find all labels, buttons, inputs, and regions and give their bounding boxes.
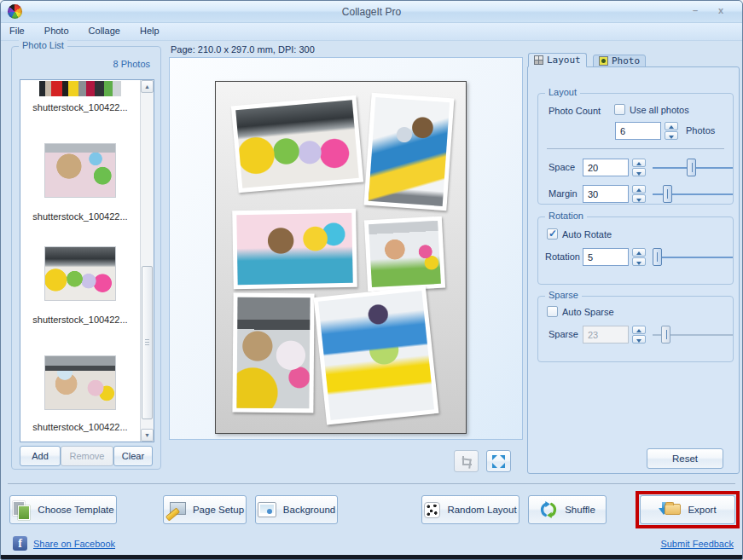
- menu-file[interactable]: File: [1, 23, 33, 36]
- random-layout-label: Random Layout: [447, 505, 516, 515]
- share-on-facebook-label[interactable]: Share on Facebook: [33, 539, 115, 549]
- photo-thumbnail[interactable]: [44, 355, 116, 410]
- photo-count-stepper[interactable]: [665, 122, 678, 140]
- collage-photo[interactable]: [314, 286, 439, 425]
- rotation-input[interactable]: [583, 248, 629, 266]
- photo-list-content: shutterstock_100422... shutterstock_1004…: [20, 80, 140, 442]
- auto-sparse-label: Auto Sparse: [562, 307, 614, 317]
- collage-photo[interactable]: [231, 95, 363, 193]
- photo-thumbnail[interactable]: [44, 246, 116, 301]
- clear-button[interactable]: Clear: [113, 446, 153, 466]
- page-setup-icon: [165, 501, 186, 518]
- photo-listbox[interactable]: shutterstock_100422... shutterstock_1004…: [20, 79, 154, 442]
- folder-icon: [665, 504, 681, 515]
- submit-feedback-link[interactable]: Submit Feedback: [660, 539, 734, 549]
- slider-thumb: [661, 326, 670, 344]
- margin-input[interactable]: [583, 185, 629, 203]
- random-layout-button[interactable]: Random Layout: [421, 495, 520, 524]
- menu-collage[interactable]: Collage: [80, 23, 129, 36]
- collage-photo[interactable]: [364, 93, 455, 211]
- scroll-up-icon[interactable]: ▲: [141, 80, 154, 93]
- spin-down-icon[interactable]: [632, 335, 646, 344]
- spin-down-icon[interactable]: [632, 194, 646, 203]
- photo-filename[interactable]: shutterstock_100422...: [20, 422, 140, 432]
- page-setup-label: Page Setup: [193, 505, 244, 515]
- menu-help[interactable]: Help: [131, 23, 168, 36]
- group-divider: [547, 148, 724, 149]
- spin-down-icon[interactable]: [632, 168, 646, 176]
- tab-photo-label: Photo: [612, 55, 640, 66]
- reset-button[interactable]: Reset: [647, 448, 723, 469]
- photo-count-input[interactable]: [615, 122, 661, 140]
- menu-photo[interactable]: Photo: [36, 23, 78, 36]
- export-button[interactable]: Export: [640, 495, 735, 524]
- slider-thumb[interactable]: [687, 159, 696, 176]
- list-scrollbar[interactable]: ▲ ▼: [140, 80, 154, 442]
- close-button[interactable]: x: [711, 4, 730, 18]
- collage-photo-image: [235, 100, 358, 188]
- tab-layout[interactable]: Layout: [528, 53, 587, 67]
- remove-button[interactable]: Remove: [61, 446, 113, 466]
- collage-preview-area[interactable]: [169, 57, 523, 440]
- auto-rotate-checkbox[interactable]: Auto Rotate: [547, 228, 612, 240]
- page-info-label: Page: 210.0 x 297.0 mm, DPI: 300: [171, 44, 315, 55]
- background-button[interactable]: Background: [255, 495, 338, 524]
- minimize-button[interactable]: –: [686, 4, 705, 18]
- photo-filename[interactable]: shutterstock_100422...: [20, 102, 140, 113]
- spin-up-icon[interactable]: [632, 185, 646, 193]
- space-input[interactable]: [583, 159, 629, 176]
- crop-button[interactable]: [454, 450, 479, 472]
- spin-up-icon[interactable]: [632, 248, 646, 257]
- choose-template-button[interactable]: Choose Template: [9, 495, 117, 524]
- export-folder-icon: [659, 501, 681, 518]
- layout-grid-icon: [534, 55, 543, 65]
- auto-rotate-label: Auto Rotate: [562, 229, 612, 240]
- rotation-stepper[interactable]: [632, 248, 646, 266]
- margin-stepper[interactable]: [632, 185, 646, 203]
- title-bar[interactable]: CollageIt Pro – x: [1, 1, 742, 23]
- spin-up-icon[interactable]: [665, 122, 678, 130]
- margin-slider[interactable]: [653, 185, 733, 203]
- collage-photo-image: [369, 221, 441, 287]
- scroll-down-icon[interactable]: ▼: [141, 429, 154, 442]
- share-on-facebook-link[interactable]: f Share on Facebook: [13, 536, 115, 551]
- spin-up-icon[interactable]: [632, 159, 646, 167]
- scrollbar-thumb[interactable]: [142, 266, 153, 419]
- background-icon: [258, 502, 276, 517]
- background-label: Background: [283, 505, 335, 515]
- space-slider[interactable]: [653, 159, 733, 176]
- space-stepper[interactable]: [632, 159, 646, 176]
- sparse-slider: [653, 326, 733, 344]
- shuffle-button[interactable]: Shuffle: [528, 495, 607, 524]
- photo-tab-icon: [599, 56, 608, 66]
- rotation-slider[interactable]: [653, 248, 733, 266]
- tab-photo[interactable]: Photo: [593, 55, 646, 67]
- collage-photo[interactable]: [364, 216, 445, 292]
- sparse-stepper[interactable]: [632, 326, 646, 344]
- use-all-photos-label: Use all photos: [630, 105, 689, 115]
- slider-track: [653, 257, 733, 258]
- photo-thumbnail[interactable]: [44, 143, 116, 198]
- space-label: Space: [549, 162, 575, 172]
- use-all-photos-checkbox[interactable]: Use all photos: [614, 104, 689, 115]
- photo-thumbnail[interactable]: [39, 81, 121, 96]
- spin-down-icon[interactable]: [665, 131, 678, 140]
- photo-filename[interactable]: shutterstock_100422...: [20, 211, 140, 222]
- slider-thumb[interactable]: [663, 185, 672, 203]
- collage-page[interactable]: [215, 81, 467, 434]
- spin-up-icon[interactable]: [632, 326, 646, 334]
- add-button[interactable]: Add: [20, 446, 61, 466]
- photo-filename[interactable]: shutterstock_100422...: [20, 315, 140, 325]
- expand-arrows-icon: [492, 455, 505, 468]
- photo-list-group: Photo List 8 Photos shutterstock_100422.…: [11, 46, 161, 470]
- collage-photo[interactable]: [232, 293, 314, 413]
- rotation-label: Rotation: [545, 251, 580, 262]
- slider-thumb[interactable]: [653, 248, 662, 266]
- spin-down-icon[interactable]: [632, 257, 646, 266]
- collage-photo[interactable]: [232, 209, 357, 290]
- photo-list-group-label: Photo List: [19, 40, 67, 50]
- collage-photo-image: [369, 97, 450, 206]
- auto-sparse-checkbox[interactable]: Auto Sparse: [547, 306, 614, 317]
- fit-to-window-button[interactable]: [486, 450, 511, 472]
- page-setup-button[interactable]: Page Setup: [163, 495, 247, 524]
